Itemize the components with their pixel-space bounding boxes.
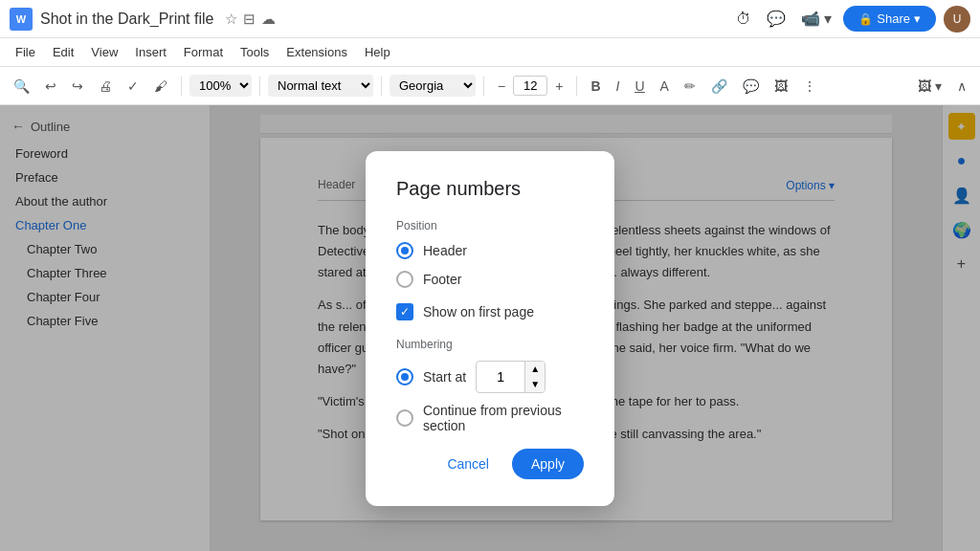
continue-section-radio-item[interactable]: Continue from previous section [396, 403, 584, 433]
numbering-label: Numbering [396, 338, 584, 351]
show-first-page-label: Show on first page [423, 304, 534, 320]
separator-4 [483, 77, 484, 96]
menu-edit[interactable]: Edit [45, 41, 81, 63]
image-options-button[interactable]: 🖼 ▾ [912, 75, 947, 98]
share-dropdown-icon: ▾ [914, 11, 921, 26]
stepper-down[interactable]: ▼ [524, 377, 545, 392]
print-button[interactable]: 🖨 [93, 75, 118, 98]
font-size-input[interactable] [513, 76, 547, 96]
start-at-radio-dot [401, 373, 409, 381]
show-first-page-item[interactable]: ✓ Show on first page [396, 303, 584, 320]
bold-button[interactable]: B [585, 75, 606, 98]
separator-5 [576, 77, 577, 96]
share-label: Share [877, 11, 910, 26]
position-label: Position [396, 219, 584, 232]
start-at-radio-item[interactable]: Start at [396, 368, 466, 386]
menu-format[interactable]: Format [176, 41, 231, 63]
show-first-page-checkbox[interactable]: ✓ [396, 303, 413, 320]
header-radio-label: Header [423, 243, 467, 258]
header-radio-circle [396, 242, 413, 259]
image-button[interactable]: 🖼 [768, 75, 793, 98]
font-select[interactable]: Georgia [390, 75, 476, 97]
numbering-section: Numbering Start at ▲ ▼ [396, 338, 584, 433]
search-button[interactable]: 🔍 [8, 75, 35, 98]
title-icons: ☆ ⊟ ☁ [225, 11, 276, 28]
folder-icon[interactable]: ⊟ [243, 11, 256, 28]
continue-section-row: Continue from previous section [396, 403, 584, 433]
menu-extensions[interactable]: Extensions [278, 41, 355, 63]
position-radio-group: Header Footer [396, 242, 584, 288]
start-at-radio-circle [396, 368, 413, 386]
menu-file[interactable]: File [8, 41, 43, 63]
continue-radio-circle [396, 409, 413, 427]
avatar[interactable]: U [944, 6, 970, 33]
font-size-decrease[interactable]: − [492, 75, 511, 98]
lock-icon: 🔒 [858, 12, 873, 26]
font-size-area: − + [492, 75, 568, 98]
italic-button[interactable]: I [611, 75, 626, 98]
spellcheck-button[interactable]: ✓ [122, 75, 145, 98]
dialog-overlay: Page numbers Position Header Footer ✓ [0, 105, 980, 551]
zoom-select[interactable]: 100% [189, 75, 252, 97]
font-color-button[interactable]: A [655, 75, 675, 98]
footer-radio-circle [396, 271, 413, 288]
comment-button[interactable]: 💬 [737, 75, 765, 98]
header-radio-item[interactable]: Header [396, 242, 584, 259]
comments-icon[interactable]: 💬 [763, 6, 790, 32]
underline-button[interactable]: U [629, 75, 650, 98]
undo-button[interactable]: ↩ [39, 75, 62, 98]
start-at-input[interactable] [477, 365, 524, 388]
star-icon[interactable]: ☆ [225, 11, 237, 28]
menu-help[interactable]: Help [357, 41, 398, 63]
menu-bar: File Edit View Insert Format Tools Exten… [0, 38, 980, 67]
continue-label: Continue from previous section [423, 403, 584, 433]
checkmark-icon: ✓ [400, 306, 410, 318]
doc-title: Shot in the Dark_Print file [40, 11, 213, 28]
video-icon[interactable]: 📹 ▾ [797, 6, 835, 32]
start-at-input-wrap: ▲ ▼ [476, 361, 546, 393]
paint-format-button[interactable]: 🖌 [148, 75, 173, 98]
collapse-toolbar-button[interactable]: ∧ [951, 75, 972, 98]
main-layout: ← Outline Foreword Preface About the aut… [0, 105, 980, 551]
dialog-title: Page numbers [396, 178, 584, 200]
doc-icon-letter: W [16, 13, 26, 25]
share-button[interactable]: 🔒 Share ▾ [843, 6, 936, 32]
toolbar: 🔍 ↩ ↪ 🖨 ✓ 🖌 100% Normal text Georgia − +… [0, 67, 980, 105]
start-at-label: Start at [423, 369, 466, 385]
stepper-up[interactable]: ▲ [524, 362, 545, 377]
cloud-icon[interactable]: ☁ [261, 11, 276, 28]
start-at-row: Start at ▲ ▼ [396, 361, 584, 393]
style-select[interactable]: Normal text [268, 75, 373, 97]
font-size-increase[interactable]: + [549, 75, 568, 98]
apply-button[interactable]: Apply [512, 449, 584, 479]
separator-2 [259, 77, 260, 96]
highlight-button[interactable]: ✏ [679, 75, 702, 98]
history-icon[interactable]: ⏱ [732, 7, 755, 32]
link-button[interactable]: 🔗 [705, 75, 733, 98]
redo-button[interactable]: ↪ [66, 75, 89, 98]
separator-1 [181, 77, 182, 96]
footer-radio-label: Footer [423, 272, 461, 287]
page-numbers-dialog: Page numbers Position Header Footer ✓ [366, 151, 614, 506]
footer-radio-item[interactable]: Footer [396, 271, 584, 288]
doc-icon: W [10, 8, 33, 31]
more-toolbar-button[interactable]: ⋮ [797, 75, 822, 98]
stepper: ▲ ▼ [524, 362, 545, 392]
cancel-button[interactable]: Cancel [435, 449, 501, 479]
menu-tools[interactable]: Tools [233, 41, 277, 63]
header-radio-dot [401, 247, 409, 254]
dialog-buttons: Cancel Apply [396, 449, 584, 479]
menu-view[interactable]: View [83, 41, 125, 63]
separator-3 [381, 77, 382, 96]
menu-insert[interactable]: Insert [127, 41, 174, 63]
top-bar: W Shot in the Dark_Print file ☆ ⊟ ☁ ⏱ 💬 … [0, 0, 980, 38]
